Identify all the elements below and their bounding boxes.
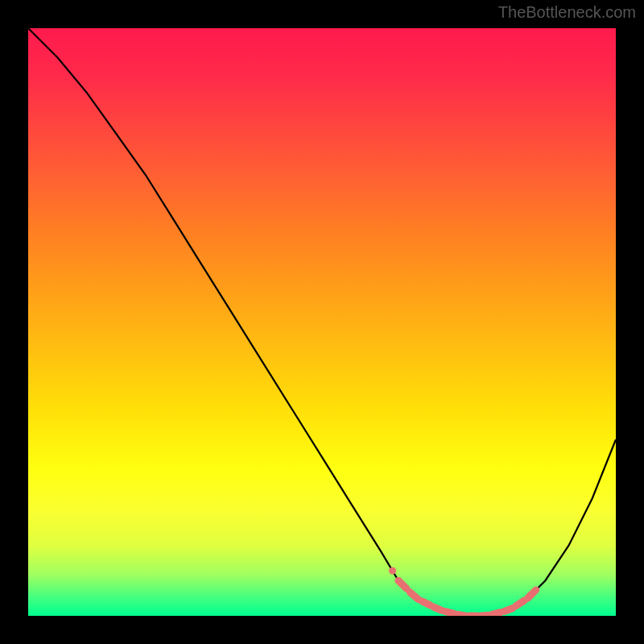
watermark-text: TheBottleneck.com xyxy=(498,3,636,22)
optimal-marker-dash xyxy=(504,609,512,612)
optimal-marker-dot xyxy=(389,568,396,575)
optimal-marker-dash xyxy=(434,607,442,610)
optimal-marker-dot xyxy=(527,592,535,599)
optimal-marker-dash xyxy=(445,612,453,614)
optimal-marker-dash xyxy=(516,601,524,606)
chart-plot-area xyxy=(28,28,616,616)
optimal-range-markers xyxy=(389,568,536,616)
optimal-marker-dash xyxy=(457,614,465,616)
bottleneck-curve-line xyxy=(28,28,616,616)
chart-svg xyxy=(28,28,616,616)
optimal-marker-dash xyxy=(398,580,407,588)
optimal-marker-dash xyxy=(422,601,430,605)
optimal-marker-dash xyxy=(481,615,489,616)
optimal-marker-dash xyxy=(411,592,419,600)
optimal-marker-dash xyxy=(493,613,501,615)
